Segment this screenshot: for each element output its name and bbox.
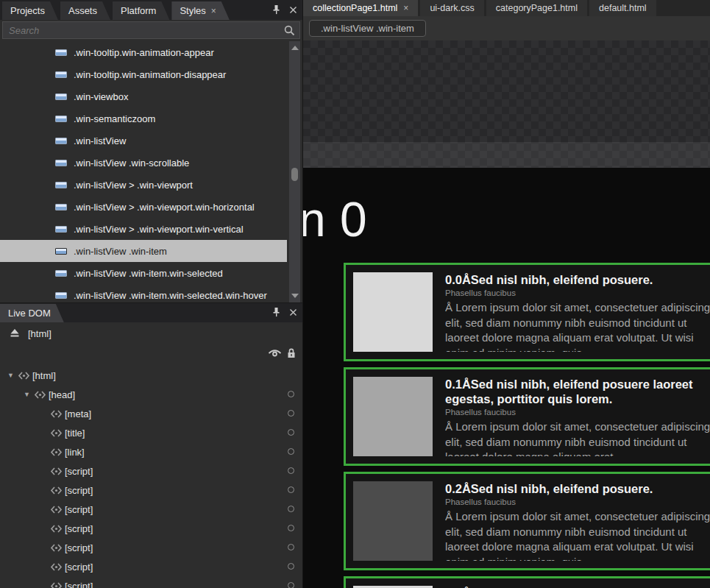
doc-tab-categorypage1-html[interactable]: categoryPage1.html bbox=[486, 0, 587, 16]
item-text-block: 0.0ÅSed nisl nibh, eleifend posuere.Phas… bbox=[445, 272, 710, 352]
style-rule-row[interactable]: .win-listView > .win-viewport.win-vertic… bbox=[0, 218, 287, 240]
node-marker-circle[interactable] bbox=[288, 391, 294, 397]
node-marker-circle[interactable] bbox=[288, 582, 294, 588]
pin-icon[interactable] bbox=[271, 4, 281, 15]
dom-tree-row[interactable]: [script] bbox=[0, 519, 302, 538]
node-marker-circle[interactable] bbox=[288, 563, 294, 570]
dom-tree-row[interactable]: [meta] bbox=[0, 404, 302, 423]
tab-label: Projects bbox=[10, 1, 45, 20]
styles-scrollbar[interactable] bbox=[289, 41, 300, 302]
dom-breadcrumb-label[interactable]: [html] bbox=[28, 328, 52, 339]
transparency-checkerboard bbox=[303, 40, 710, 168]
visibility-eye-icon[interactable] bbox=[268, 347, 282, 358]
tab-assets[interactable]: Assets bbox=[60, 1, 110, 20]
dom-tree-row[interactable]: [script] bbox=[0, 461, 302, 481]
dom-tree-row[interactable]: [link] bbox=[0, 442, 302, 461]
node-marker-circle[interactable] bbox=[288, 506, 294, 512]
tab-platform[interactable]: Platform bbox=[113, 1, 169, 20]
doc-tab-label: collectionPage1.html bbox=[313, 3, 397, 13]
element-icon bbox=[50, 486, 65, 495]
node-marker-circle[interactable] bbox=[288, 544, 294, 550]
doc-tab-label: ui-dark.css bbox=[430, 3, 474, 13]
pin-icon[interactable] bbox=[271, 307, 281, 317]
scroll-down-icon[interactable] bbox=[291, 294, 299, 298]
style-rule-row[interactable]: .win-listView bbox=[0, 130, 287, 152]
search-icon[interactable] bbox=[283, 24, 296, 37]
dom-tree-row[interactable]: [script] bbox=[0, 538, 302, 557]
style-rule-row[interactable]: .win-viewbox bbox=[0, 85, 287, 107]
search-input[interactable] bbox=[3, 22, 299, 38]
list-item[interactable]: 0.1ÅSed nisl nibh, eleifend posuere laor… bbox=[344, 367, 710, 466]
style-rule-icon bbox=[55, 71, 67, 78]
style-rule-row[interactable]: .win-tooltip.win-animation-disappear bbox=[0, 63, 287, 85]
node-marker-circle[interactable] bbox=[288, 486, 294, 493]
expander-icon[interactable]: ▼ bbox=[7, 372, 18, 379]
style-rule-row[interactable]: .win-tooltip.win-animation-appear bbox=[0, 41, 287, 63]
dom-tree-row[interactable]: [title] bbox=[0, 423, 302, 442]
tab-label: Styles bbox=[180, 1, 205, 20]
doc-tab-collectionpage1-html[interactable]: collectionPage1.html× bbox=[303, 0, 418, 16]
dom-tree-row[interactable]: [script] bbox=[0, 481, 302, 500]
node-marker-circle[interactable] bbox=[288, 410, 294, 417]
style-rule-row[interactable]: .win-listView > .win-viewport.win-horizo… bbox=[0, 196, 287, 218]
dom-tree-row[interactable]: ▼[html] bbox=[0, 366, 302, 385]
item-title: 0.0ÅSed nisl nibh, eleifend posuere. bbox=[445, 272, 710, 287]
close-panel-icon[interactable] bbox=[289, 308, 297, 316]
document-tabbar: collectionPage1.html×ui-dark.csscategory… bbox=[303, 0, 710, 16]
element-icon bbox=[34, 390, 49, 400]
style-rule-row[interactable]: .win-semanticzoom bbox=[0, 107, 287, 130]
dom-tree-row[interactable]: [script] bbox=[0, 576, 302, 588]
element-icon bbox=[50, 447, 65, 457]
scroll-thumb[interactable] bbox=[291, 168, 298, 181]
node-marker-circle[interactable] bbox=[288, 448, 294, 455]
move-up-icon[interactable] bbox=[9, 328, 21, 339]
style-rule-icon bbox=[55, 49, 67, 56]
doc-tab-ui-dark-css[interactable]: ui-dark.css bbox=[420, 0, 483, 16]
left-panel-tabs: ProjectsAssetsPlatformStyles× bbox=[0, 1, 230, 20]
tab-label: Assets bbox=[68, 1, 97, 20]
item-image-placeholder bbox=[353, 272, 433, 352]
node-marker-circle[interactable] bbox=[288, 467, 294, 474]
doc-tab-default-html[interactable]: default.html bbox=[589, 0, 656, 16]
close-tab-icon[interactable]: × bbox=[403, 4, 408, 13]
style-rule-icon bbox=[55, 226, 67, 233]
style-rule-label: .win-listView .win-item.win-selected bbox=[74, 268, 223, 279]
list-item[interactable]: 0.2ÅSed nisl nibh, eleifend posuere.Phas… bbox=[344, 472, 710, 570]
item-description: Å Lorem ipsum dolor sit amet, consectetu… bbox=[445, 509, 710, 561]
item-text-block: 0.2ÅSed nisl nibh, eleifend posuere.Phas… bbox=[445, 481, 710, 561]
breadcrumb-chip[interactable]: .win-listView .win-item bbox=[309, 20, 426, 37]
style-rule-label: .win-listView bbox=[74, 135, 126, 146]
node-marker-circle[interactable] bbox=[288, 525, 294, 531]
style-rule-label: .win-listView .win-item bbox=[74, 246, 167, 257]
style-rule-row[interactable]: .win-listView .win-item.win-selected.win… bbox=[0, 284, 287, 302]
close-tab-icon[interactable]: × bbox=[211, 7, 216, 15]
style-rule-row[interactable]: .win-listView .win-item.win-selected bbox=[0, 262, 287, 284]
dom-tree: ▼[html]▼[head][meta][title][link][script… bbox=[0, 364, 302, 588]
dom-breadcrumb: [html] bbox=[0, 322, 302, 344]
list-item[interactable]: 0.3ÅSed nisl nibh, eleifend posuere laor… bbox=[344, 576, 710, 588]
style-rule-label: .win-viewbox bbox=[74, 91, 128, 102]
scroll-up-icon[interactable] bbox=[291, 46, 299, 50]
style-rule-row[interactable]: .win-listView .win-item bbox=[0, 240, 287, 262]
live-dom-panel: Live DOM bbox=[0, 302, 302, 588]
tab-projects[interactable]: Projects bbox=[2, 1, 58, 20]
expander-icon[interactable]: ▼ bbox=[24, 391, 34, 398]
style-rule-label: .win-semanticzoom bbox=[74, 113, 155, 124]
tab-styles[interactable]: Styles× bbox=[171, 1, 229, 20]
list-item[interactable]: 0.0ÅSed nisl nibh, eleifend posuere.Phas… bbox=[344, 263, 710, 361]
dom-tree-row[interactable]: [script] bbox=[0, 500, 302, 519]
style-rule-icon bbox=[55, 160, 67, 166]
style-rule-row[interactable]: .win-listView > .win-viewport bbox=[0, 174, 287, 196]
dom-tree-row[interactable]: [script] bbox=[0, 557, 302, 576]
style-rule-row[interactable]: .win-listView .win-scrollable bbox=[0, 152, 287, 174]
item-subtitle: Phasellus faucibus bbox=[445, 497, 710, 507]
style-rows: .win-tooltip.win-animation-appear.win-to… bbox=[0, 41, 302, 302]
style-breadcrumb-bar: .win-listView .win-item bbox=[303, 16, 710, 40]
close-panel-icon[interactable] bbox=[289, 6, 297, 14]
dom-tree-row[interactable]: ▼[head] bbox=[0, 385, 302, 404]
tab-live-dom[interactable]: Live DOM bbox=[0, 304, 64, 322]
style-rule-label: .win-listView .win-item.win-selected.win… bbox=[74, 290, 267, 301]
lock-icon[interactable] bbox=[286, 347, 297, 359]
dom-node-label: [link] bbox=[65, 447, 85, 458]
node-marker-circle[interactable] bbox=[288, 429, 294, 436]
